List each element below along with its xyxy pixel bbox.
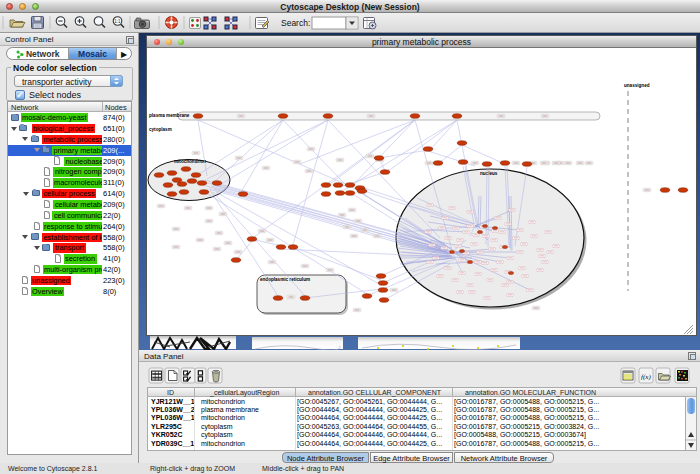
- svg-text:plasma membrane: plasma membrane: [149, 113, 190, 118]
- svg-text:cytoplasm: cytoplasm: [149, 127, 172, 132]
- svg-text:unassigned: unassigned: [624, 83, 650, 88]
- svg-text:Search:: Search:: [281, 18, 310, 28]
- svg-text:1:1: 1:1: [114, 19, 121, 24]
- svg-text:f(x): f(x): [641, 373, 651, 381]
- svg-text:mitochondrion: mitochondrion: [174, 159, 206, 164]
